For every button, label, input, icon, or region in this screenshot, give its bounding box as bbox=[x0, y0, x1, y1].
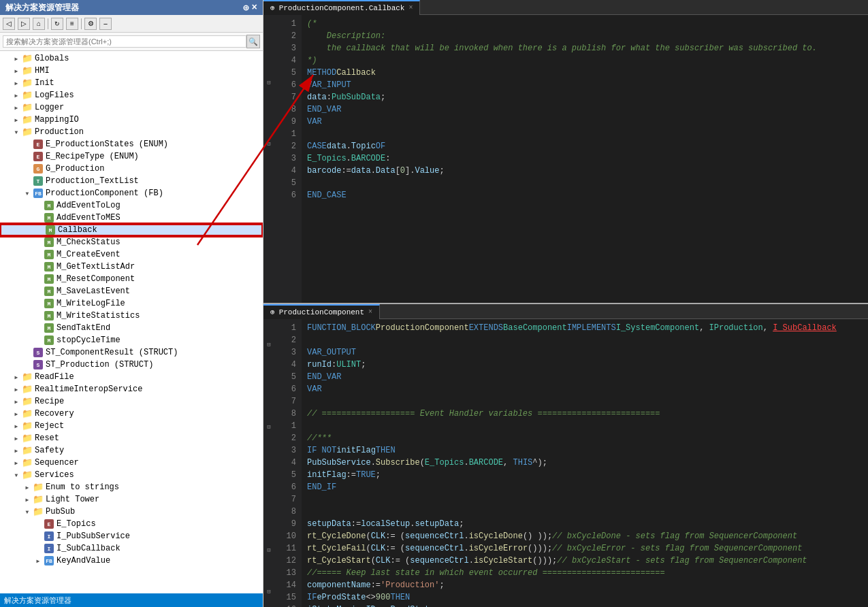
fold-marker[interactable] bbox=[263, 504, 274, 514]
fold-marker[interactable] bbox=[263, 401, 274, 412]
top-tab[interactable]: ⊕ ProductionComponent.Callback × bbox=[263, 0, 420, 15]
fold-marker[interactable] bbox=[263, 525, 274, 535]
fold-marker[interactable] bbox=[263, 412, 274, 422]
refresh-button[interactable]: ↻ bbox=[51, 18, 63, 30]
fold-marker[interactable] bbox=[263, 174, 274, 186]
tree-item-services[interactable]: ▼📁Services bbox=[0, 469, 263, 481]
fold-marker[interactable] bbox=[263, 329, 274, 340]
filter-button[interactable]: ≡ bbox=[66, 18, 78, 30]
fold-marker[interactable] bbox=[263, 556, 274, 566]
tree-item-e_topics[interactable]: EE_Topics bbox=[0, 518, 263, 530]
tree-item-logger[interactable]: ▶📁Logger bbox=[0, 101, 263, 114]
tree-item-addeventtomes[interactable]: MAddEventToMES bbox=[0, 212, 263, 224]
fold-marker[interactable]: ⊟ bbox=[263, 422, 274, 432]
fold-marker[interactable] bbox=[263, 125, 274, 137]
tree-item-reset[interactable]: ▶📁Reset bbox=[0, 432, 263, 444]
tree-item-init[interactable]: ▶📁Init bbox=[0, 77, 263, 89]
top-tab-close[interactable]: × bbox=[408, 4, 413, 12]
tree-item-callback[interactable]: MCallback bbox=[0, 224, 263, 236]
fold-marker[interactable] bbox=[263, 494, 274, 504]
fold-marker[interactable] bbox=[263, 360, 274, 370]
fold-marker[interactable] bbox=[263, 484, 274, 494]
fold-marker[interactable] bbox=[263, 64, 274, 76]
tree-item-i_subcallback[interactable]: II_SubCallback bbox=[0, 542, 263, 555]
tree-item-st_componentresult[interactable]: SST_ComponentResult (STRUCT) bbox=[0, 346, 263, 359]
minus-button[interactable]: − bbox=[99, 18, 112, 30]
fold-marker[interactable]: ⊟ bbox=[263, 545, 274, 555]
tree-item-m_savelastevent[interactable]: MM_SaveLastEvent bbox=[0, 285, 263, 297]
fold-marker[interactable]: ⊟ bbox=[263, 76, 274, 88]
tree-item-stopcycletime[interactable]: MstopCycleTime bbox=[0, 334, 263, 346]
fold-marker[interactable] bbox=[263, 371, 274, 381]
fold-marker[interactable]: ⊟ bbox=[263, 137, 274, 150]
fold-marker[interactable] bbox=[263, 39, 274, 52]
fold-marker[interactable] bbox=[263, 162, 274, 174]
tree-item-mappingio[interactable]: ▶📁MappingIO bbox=[0, 114, 263, 126]
tree-item-m_writelogfile[interactable]: MM_WriteLogFile bbox=[0, 297, 263, 310]
fold-marker[interactable] bbox=[263, 442, 274, 453]
fold-marker[interactable] bbox=[263, 381, 274, 391]
fold-marker[interactable] bbox=[263, 350, 274, 360]
tree-item-e_productionstates[interactable]: EE_ProductionStates (ENUM) bbox=[0, 138, 263, 150]
tree-item-recovery[interactable]: ▶📁Recovery bbox=[0, 408, 263, 420]
fold-marker[interactable] bbox=[263, 432, 274, 442]
search-button[interactable]: 🔍 bbox=[246, 35, 260, 48]
tree-item-production[interactable]: ▼📁Production bbox=[0, 126, 263, 138]
tree-item-g_production[interactable]: GG_Production bbox=[0, 163, 263, 175]
tree-item-lighttower[interactable]: ▶📁Light Tower bbox=[0, 493, 263, 506]
tree-item-sequencer[interactable]: ▶📁Sequencer bbox=[0, 457, 263, 469]
fold-marker[interactable] bbox=[263, 453, 274, 463]
tree-item-addeventtolog[interactable]: MAddEventToLog bbox=[0, 199, 263, 212]
fold-marker[interactable] bbox=[263, 319, 274, 329]
tree-item-sendtaktend[interactable]: MSendTaktEnd bbox=[0, 322, 263, 334]
tree-item-realtimeinteropservice[interactable]: ▶📁RealtimeInteropService bbox=[0, 383, 263, 395]
fold-marker[interactable] bbox=[263, 474, 274, 484]
bottom-tab-close[interactable]: × bbox=[368, 308, 372, 316]
tree-item-logfiles[interactable]: ▶📁LogFiles bbox=[0, 89, 263, 101]
bottom-tab[interactable]: ⊕ ProductionComponent × bbox=[263, 304, 380, 319]
fold-marker[interactable]: ⊟ bbox=[263, 587, 274, 597]
tree-item-reject[interactable]: ▶📁Reject bbox=[0, 420, 263, 432]
fold-marker[interactable] bbox=[263, 113, 274, 125]
tree-item-e_recipetype[interactable]: EE_RecipeType (ENUM) bbox=[0, 150, 263, 163]
tree-item-globals[interactable]: ▶📁Globals bbox=[0, 52, 263, 65]
tree-item-production_textlist[interactable]: TProduction_TextList bbox=[0, 175, 263, 187]
tree-item-st_production[interactable]: SST_Production (STRUCT) bbox=[0, 359, 263, 371]
fold-marker[interactable] bbox=[263, 391, 274, 401]
home-button[interactable]: ⌂ bbox=[33, 18, 45, 30]
fold-marker[interactable] bbox=[263, 27, 274, 39]
fold-marker[interactable] bbox=[263, 15, 274, 27]
tree-item-m_resetcomponent[interactable]: MM_ResetComponent bbox=[0, 273, 263, 285]
pin-button[interactable]: ⊕ bbox=[243, 2, 248, 14]
tree-item-keyandvalue[interactable]: ▶FBKeyAndValue bbox=[0, 555, 263, 567]
close-sidebar-button[interactable]: × bbox=[252, 2, 257, 13]
back-button[interactable]: ◁ bbox=[3, 18, 15, 30]
tree-item-recipe[interactable]: ▶📁Recipe bbox=[0, 395, 263, 408]
top-code-content[interactable]: (* Description: the callback that will b… bbox=[302, 15, 868, 303]
tree-item-m_createevent[interactable]: MM_CreateEvent bbox=[0, 248, 263, 261]
tree-item-safety[interactable]: ▶📁Safety bbox=[0, 444, 263, 457]
tree-item-m_checkstatus[interactable]: MM_CheckStatus bbox=[0, 236, 263, 248]
tree-item-readfile[interactable]: ▶📁ReadFile bbox=[0, 371, 263, 383]
fold-marker[interactable] bbox=[263, 576, 274, 587]
fold-marker[interactable] bbox=[263, 597, 274, 607]
fold-marker[interactable] bbox=[263, 150, 274, 162]
fold-marker[interactable]: ⊟ bbox=[263, 340, 274, 350]
tree-item-productioncomponent[interactable]: ▼FBProductionComponent (FB) bbox=[0, 187, 263, 199]
tree-item-i_pubsubservice[interactable]: II_PubSubService bbox=[0, 530, 263, 542]
fold-marker[interactable] bbox=[263, 101, 274, 113]
fold-marker[interactable] bbox=[263, 514, 274, 525]
fold-marker[interactable] bbox=[263, 52, 274, 64]
fold-marker[interactable] bbox=[263, 535, 274, 545]
tree-item-pubsub[interactable]: ▼📁PubSub bbox=[0, 506, 263, 518]
settings-button[interactable]: ⚙ bbox=[84, 18, 97, 30]
tree-item-hmi[interactable]: ▶📁HMI bbox=[0, 65, 263, 77]
tree-item-m_writestatistics[interactable]: MM_WriteStatistics bbox=[0, 310, 263, 322]
tree-item-enum_to_strings[interactable]: ▶📁Enum to strings bbox=[0, 481, 263, 493]
fold-marker[interactable] bbox=[263, 88, 274, 101]
tree-item-m_gettextlistadr[interactable]: MM_GetTextListAdr bbox=[0, 261, 263, 273]
fold-marker[interactable] bbox=[263, 186, 274, 199]
bottom-code-content[interactable]: FUNCTION_BLOCK ProductionComponent EXTEN… bbox=[302, 319, 868, 607]
fold-marker[interactable] bbox=[263, 566, 274, 576]
forward-button[interactable]: ▷ bbox=[18, 18, 30, 30]
